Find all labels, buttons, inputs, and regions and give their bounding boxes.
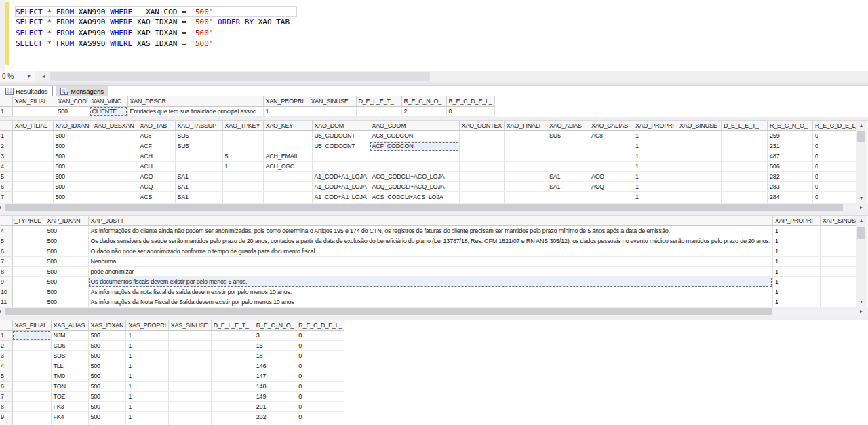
cell[interactable]: 282	[768, 172, 813, 182]
xao-vscroll-thumb[interactable]	[857, 131, 865, 142]
column-header-p_typrul[interactable]: P_TYPRUL	[12, 216, 45, 226]
cell[interactable]	[168, 422, 211, 425]
cell[interactable]: 500	[53, 151, 92, 162]
row-header[interactable]: 3	[0, 351, 12, 361]
editor-zoom-select[interactable]: 0 % ▾	[0, 71, 35, 82]
column-header-r_e_c_d_e_l_[interactable]: R_E_C_D_E_L_	[813, 121, 861, 131]
cell[interactable]: 1	[633, 162, 677, 172]
cell[interactable]: 500	[88, 361, 126, 371]
cell[interactable]	[589, 141, 633, 151]
cell[interactable]: 1	[126, 351, 169, 361]
cell[interactable]: 5	[222, 151, 263, 162]
cell[interactable]	[722, 131, 768, 141]
cell[interactable]: O dado não pode ser anonimizado conforme…	[88, 246, 772, 257]
cell[interactable]	[459, 151, 505, 162]
column-header-xao_tabsup[interactable]: XAO_TABSUP	[175, 121, 222, 131]
scroll-left-icon[interactable]: ◂	[0, 307, 5, 316]
cell[interactable]: 1	[263, 107, 309, 117]
column-header-xao_finali[interactable]: XAO_FINALI	[505, 121, 547, 131]
cell[interactable]	[356, 107, 401, 117]
editor-hscroll-thumb[interactable]	[50, 72, 430, 81]
cell[interactable]: TM0	[51, 371, 88, 382]
cell[interactable]	[12, 131, 53, 141]
column-header-xao_cdom[interactable]: XAO_CDOM	[370, 121, 459, 131]
cell[interactable]: 500	[53, 182, 92, 192]
cell[interactable]: ACS_CODCLI+ACS_LOJA	[370, 192, 459, 202]
cell[interactable]: SA1	[547, 172, 589, 182]
column-header-xan_vinc[interactable]: XAN_VINC	[90, 96, 127, 107]
cell[interactable]: 1	[772, 246, 820, 257]
cell[interactable]	[459, 131, 505, 141]
scroll-right-icon[interactable]: ▸	[856, 203, 867, 212]
cell[interactable]	[12, 392, 51, 402]
cell[interactable]	[12, 412, 51, 422]
select-all-corner[interactable]	[0, 96, 12, 107]
cell[interactable]	[92, 141, 138, 151]
column-header-xao_idxan[interactable]: XAO_IDXAN	[53, 121, 92, 131]
cell[interactable]	[12, 361, 51, 371]
cell[interactable]	[12, 267, 45, 277]
cell[interactable]	[168, 361, 211, 371]
row-header[interactable]: 1	[0, 107, 12, 117]
column-header-r_e_c_d_e_l_[interactable]: R_E_C_D_E_L_	[446, 96, 494, 107]
cell[interactable]	[12, 341, 51, 351]
row-header[interactable]: 7	[0, 392, 12, 402]
cell[interactable]	[505, 151, 547, 162]
row-header[interactable]: 9	[0, 277, 12, 287]
column-header-xao_filial[interactable]: XAO_FILIAL	[12, 121, 53, 131]
xao-hscroll-thumb[interactable]	[5, 204, 843, 211]
cell[interactable]	[92, 172, 138, 182]
sql-line[interactable]: SELECT * FROM XAS990 WHERE XAS_IDXAN = '…	[15, 39, 297, 50]
row-header[interactable]: 1	[0, 131, 12, 141]
cell[interactable]: 500	[88, 371, 126, 382]
cell[interactable]	[211, 341, 254, 351]
cell[interactable]: ACH_EMAIL	[263, 151, 312, 162]
cell[interactable]	[12, 287, 45, 297]
cell[interactable]: SU5	[175, 131, 222, 141]
cell[interactable]: ACQ_CODCLI+ACQ_LOJA	[370, 182, 459, 192]
cell[interactable]: ACH	[138, 151, 175, 162]
cell[interactable]: 1	[126, 412, 169, 422]
cell[interactable]: SA1	[175, 192, 222, 202]
cell[interactable]	[547, 151, 589, 162]
column-header-xan_cod[interactable]: XAN_COD	[56, 96, 90, 107]
row-header[interactable]: 10	[0, 422, 12, 425]
row-header[interactable]: 8	[0, 267, 12, 277]
cell[interactable]: 148	[254, 382, 296, 392]
row-header[interactable]: 4	[0, 361, 12, 371]
cell[interactable]	[168, 351, 211, 361]
cell[interactable]: 0	[296, 331, 344, 341]
cell[interactable]	[677, 172, 722, 182]
cell[interactable]: 1	[126, 402, 169, 412]
cell[interactable]: 500	[53, 192, 92, 202]
cell[interactable]: ACO	[589, 172, 633, 182]
cell[interactable]: 500	[88, 382, 126, 392]
cell[interactable]: 0	[813, 172, 861, 182]
cell[interactable]	[12, 162, 53, 172]
cell[interactable]: 500	[88, 331, 126, 341]
column-header-xan_propri[interactable]: XAN_PROPRI	[263, 96, 309, 107]
cell[interactable]: 231	[768, 141, 813, 151]
row-header[interactable]: 11	[0, 297, 12, 308]
cell[interactable]: 1	[633, 151, 677, 162]
column-header-xap_idxan[interactable]: XAP_IDXAN	[45, 216, 88, 226]
cell[interactable]: 1	[126, 331, 169, 341]
cell[interactable]: 0	[296, 341, 344, 351]
cell[interactable]	[168, 392, 211, 402]
cell[interactable]: U5_CODCONT	[312, 141, 370, 151]
cell[interactable]: 0	[296, 382, 344, 392]
cell[interactable]: ACQ	[138, 182, 175, 192]
cell[interactable]	[92, 162, 138, 172]
cell[interactable]: 1	[772, 257, 820, 267]
column-header-xas_sinuse[interactable]: XAS_SINUSE	[168, 320, 211, 331]
cell[interactable]: 1	[772, 236, 820, 246]
cell[interactable]	[92, 131, 138, 141]
cell[interactable]	[254, 422, 296, 425]
cell[interactable]	[12, 226, 45, 236]
cell[interactable]: AC8	[138, 131, 175, 141]
cell[interactable]: 283	[768, 182, 813, 192]
row-header[interactable]: 2	[0, 341, 12, 351]
cell[interactable]	[296, 422, 344, 425]
cell[interactable]: 149	[254, 392, 296, 402]
xap-hscroll-thumb[interactable]	[5, 308, 772, 315]
